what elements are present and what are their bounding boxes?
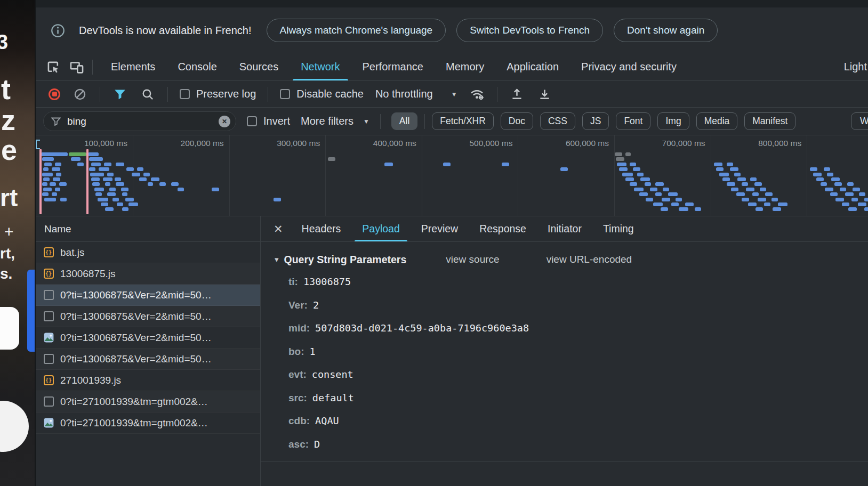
detail-tab-timing[interactable]: Timing [593,216,644,241]
param-key: src: [288,392,307,403]
pill-js[interactable]: JS [582,112,609,130]
request-row[interactable]: 0?ti=13006875&Ver=2&mid=50… [36,285,260,306]
waterfall-bar [676,198,682,201]
throttling-select[interactable]: No throttling ▼ [375,88,457,100]
close-icon[interactable]: ✕ [261,223,292,236]
section-title[interactable]: Query String Parameters [284,254,407,266]
detail-tab-preview[interactable]: Preview [411,216,468,241]
notification-button-don-t-show-again[interactable]: Don't show again [614,19,718,42]
pill-media[interactable]: Media [696,112,738,130]
notification-button-always-match-chrome-s-language[interactable]: Always match Chrome's language [267,19,446,42]
request-row[interactable]: {}271001939.js [36,370,260,391]
waterfall-bar [89,157,103,161]
view-url-encoded-link[interactable]: view URL-encoded [546,254,632,265]
page-text-fragment: t [1,75,11,103]
preserve-log-checkbox[interactable] [180,89,190,99]
param-value: D [314,439,320,450]
script-icon: {} [43,269,54,279]
export-har-icon[interactable] [537,86,553,102]
tab-console[interactable]: Console [167,53,227,80]
param-key: evt: [288,369,307,380]
waterfall-bar [42,157,54,161]
overview-timeline[interactable]: 100,000 ms200,000 ms300,000 ms400,000 ms… [36,135,868,216]
pill-img[interactable]: Img [657,112,689,130]
view-source-link[interactable]: view source [446,254,499,265]
waterfall-bar [731,188,738,191]
clear-filter-icon[interactable]: ✕ [219,116,230,127]
waterfall-bar [59,182,67,186]
inspect-icon[interactable] [45,59,61,75]
notification-button-switch-devtools-to-french[interactable]: Switch DevTools to French [456,19,603,42]
payload-section-header: ▾ Query String Parameters view source vi… [275,248,868,271]
tab-light[interactable]: Light [833,53,868,80]
image-icon [43,418,54,428]
detail-tab-initiator[interactable]: Initiator [537,216,592,241]
tab-network[interactable]: Network [290,53,350,80]
tab-privacy-and-security[interactable]: Privacy and security [570,53,687,80]
request-row[interactable]: 0?ti=13006875&Ver=2&mid=50… [36,327,260,349]
request-row[interactable]: 0?ti=271001939&tm=gtm002&… [36,412,260,434]
pill-manifest[interactable]: Manifest [744,112,795,130]
device-toolbar-icon[interactable] [69,59,85,75]
disable-cache-checkbox[interactable] [280,89,290,99]
clear-icon[interactable] [72,86,88,102]
time-label: 300,000 ms [229,139,320,148]
time-label: 500,000 ms [422,139,512,148]
waterfall-bar [502,163,509,166]
name-column-header[interactable]: Name [36,216,260,242]
waterfall-bar [625,177,634,181]
network-conditions-icon[interactable] [469,86,485,102]
image-icon [43,333,54,343]
import-har-icon[interactable] [509,86,525,102]
waterfall-bar [42,182,47,186]
tab-sources[interactable]: Sources [229,53,289,80]
tab-memory[interactable]: Memory [435,53,495,80]
pill-css[interactable]: CSS [540,112,575,130]
waterfall-bar [840,188,846,191]
waterfall-bar [151,177,159,181]
notification-bar: DevTools is now available in French! Alw… [36,7,868,53]
disable-cache-toggle[interactable]: Disable cache [280,88,364,100]
page-text-fragment: + [4,224,14,240]
record-button[interactable] [49,88,60,100]
waterfall-bar [633,167,640,171]
detail-tab-headers[interactable]: Headers [292,216,351,241]
invert-label: Invert [263,115,290,127]
request-row[interactable]: 0?ti=271001939&tm=gtm002&… [36,391,260,412]
invert-toggle[interactable]: Invert [247,115,290,127]
more-filters-button[interactable]: More filters ▼ [301,115,369,127]
invert-checkbox[interactable] [247,116,257,126]
detail-tab-payload[interactable]: Payload [352,216,409,241]
network-toolbar: Preserve log Disable cache No throttling… [36,81,868,108]
request-row[interactable]: {}13006875.js [36,263,260,285]
waterfall-bar [274,198,281,201]
pill-fetch-xhr[interactable]: Fetch/XHR [432,112,494,130]
waterfall-bar [864,198,868,201]
doc-icon [43,311,54,322]
waterfall-bar [758,198,766,201]
pill-doc[interactable]: Doc [501,112,533,130]
network-split: Name {}bat.js{}13006875.js0?ti=13006875&… [36,216,868,486]
detail-tab-response[interactable]: Response [469,216,536,241]
filter-icon[interactable] [112,86,128,102]
tab-elements[interactable]: Elements [100,53,166,80]
waterfall-bar [116,182,124,186]
preserve-log-toggle[interactable]: Preserve log [180,88,256,100]
waterfall-bar [43,167,49,171]
filter-box[interactable]: ✕ [43,111,236,131]
param-row: Ver:2 [288,294,868,318]
request-row[interactable]: 0?ti=13006875&Ver=2&mid=50… [36,349,260,370]
tab-performance[interactable]: Performance [352,53,435,80]
waterfall-bar [625,152,631,156]
search-icon[interactable] [140,86,156,102]
filter-input[interactable] [66,115,213,128]
collapse-caret-icon[interactable]: ▾ [275,255,279,264]
request-row[interactable]: 0?ti=13006875&Ver=2&mid=50… [36,306,260,327]
pill-w[interactable]: W [851,112,868,130]
request-row[interactable]: {}bat.js [36,242,260,263]
pill-font[interactable]: Font [616,112,650,130]
load-event-marker [86,149,89,214]
pill-all[interactable]: All [391,112,417,130]
param-row: src:default [288,387,868,410]
tab-application[interactable]: Application [496,53,569,80]
